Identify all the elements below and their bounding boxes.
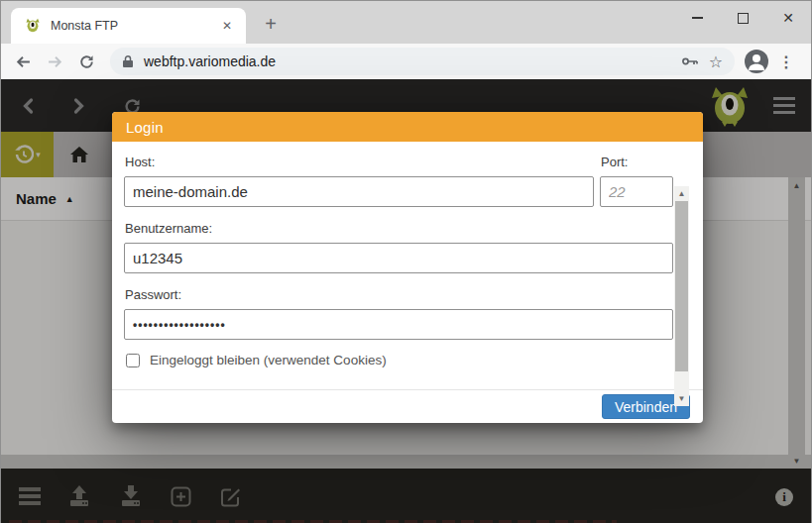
- lock-icon: [122, 54, 134, 68]
- maximize-icon: [738, 13, 749, 24]
- username-label: Benutzername:: [125, 221, 673, 236]
- bookmark-star-icon[interactable]: ☆: [709, 52, 723, 71]
- tab-title: Monsta FTP: [51, 19, 218, 33]
- login-dialog: Login Host: Port: Benutzername:: [112, 112, 703, 423]
- login-form: Host: Port: Benutzername: Passwort: Ei: [112, 142, 703, 389]
- browser-menu-button[interactable]: ⋮: [778, 52, 794, 71]
- back-button[interactable]: [7, 47, 39, 76]
- host-label: Host:: [125, 155, 594, 169]
- window-minimize-button[interactable]: [674, 1, 720, 35]
- login-dialog-footer: Verbinden: [112, 389, 703, 423]
- browser-tab[interactable]: Monsta FTP ✕: [11, 8, 246, 44]
- profile-avatar[interactable]: [745, 50, 768, 73]
- minimize-icon: [692, 17, 703, 19]
- host-input[interactable]: [124, 176, 594, 207]
- password-key-button[interactable]: [681, 54, 699, 68]
- browser-window: Monsta FTP ✕ + ✕ webftp.variomedia.de: [0, 0, 812, 523]
- person-icon: [745, 50, 768, 73]
- monsta-ftp-page: ▾ Name ▲ ▲ ▼: [1, 79, 811, 523]
- window-controls: ✕: [674, 1, 811, 35]
- window-close-button[interactable]: ✕: [765, 1, 811, 35]
- forward-button[interactable]: [39, 47, 70, 76]
- password-input[interactable]: [124, 309, 673, 340]
- scrollbar-thumb[interactable]: [675, 201, 688, 371]
- reload-button[interactable]: [70, 47, 102, 76]
- port-label: Port:: [601, 155, 673, 169]
- tab-strip: Monsta FTP ✕ + ✕: [1, 1, 811, 44]
- login-dialog-header: Login: [112, 112, 703, 142]
- url-text: webftp.variomedia.de: [144, 53, 671, 69]
- address-bar[interactable]: webftp.variomedia.de ☆: [110, 48, 735, 75]
- forward-arrow-icon: [47, 53, 63, 70]
- port-input[interactable]: [600, 176, 673, 207]
- scroll-up-icon[interactable]: ▲: [674, 189, 689, 198]
- reload-icon: [78, 53, 95, 70]
- browser-toolbar: webftp.variomedia.de ☆ ⋮: [1, 44, 811, 79]
- dialog-scrollbar[interactable]: ▲ ▼: [674, 186, 689, 406]
- password-label: Passwort:: [125, 287, 673, 302]
- tab-close-icon[interactable]: ✕: [218, 17, 236, 35]
- scroll-down-icon[interactable]: ▼: [674, 394, 689, 403]
- stay-logged-in-checkbox[interactable]: [126, 354, 140, 367]
- dialog-title: Login: [126, 119, 164, 136]
- monsta-favicon-icon: [25, 18, 41, 34]
- stay-logged-in-label: Eingeloggt bleiben (verwendet Cookies): [150, 353, 387, 367]
- window-maximize-button[interactable]: [720, 1, 765, 35]
- back-arrow-icon: [15, 53, 32, 70]
- new-tab-button[interactable]: +: [257, 11, 285, 39]
- key-icon: [681, 54, 699, 68]
- username-input[interactable]: [124, 243, 673, 273]
